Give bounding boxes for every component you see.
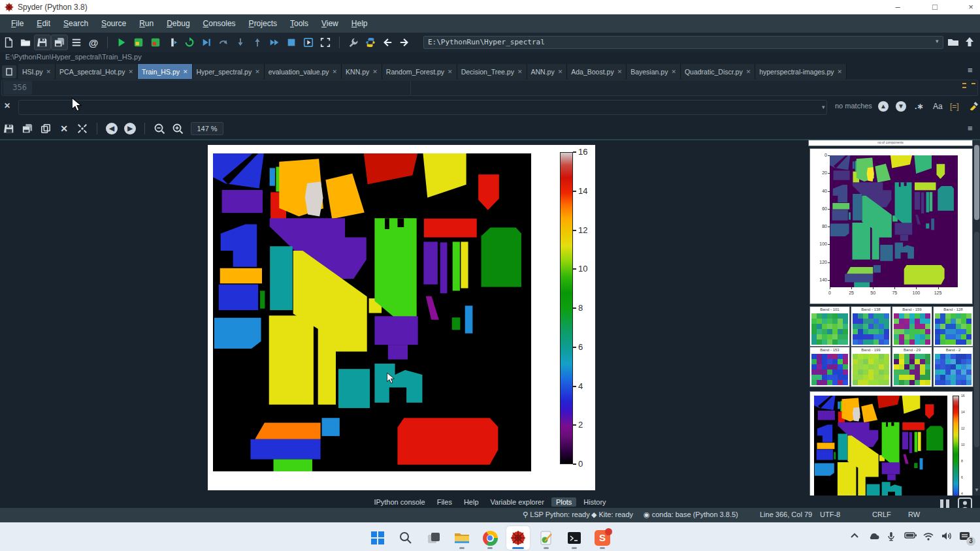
tab-close-icon[interactable]: ✕ — [255, 69, 260, 75]
tray-battery-icon[interactable] — [904, 531, 917, 543]
case-sensitive-toggle-icon[interactable]: Aa — [933, 102, 943, 111]
pane-tab-files[interactable]: Files — [433, 497, 457, 507]
tab-evaluation_value.py[interactable]: evaluation_value.py✕ — [265, 64, 342, 79]
editor-pane[interactable]: 356 — [1, 80, 978, 96]
tab-close-icon[interactable]: ✕ — [558, 69, 563, 75]
zoom-out-icon[interactable] — [150, 121, 169, 136]
zoom-in-icon[interactable] — [169, 121, 187, 136]
maximize-pane-icon[interactable] — [317, 35, 334, 50]
pane-tab-variable-explorer[interactable]: Variable explorer — [486, 497, 549, 507]
tab-Decision_Tree.py[interactable]: Decision_Tree.py✕ — [457, 64, 527, 79]
scrollbar-thumb[interactable] — [974, 232, 979, 447]
save-all-plots-icon[interactable] — [18, 121, 37, 136]
tab-close-icon[interactable]: ✕ — [333, 69, 338, 75]
menu-edit[interactable]: Edit — [31, 16, 56, 31]
menu-debug[interactable]: Debug — [161, 16, 195, 31]
path-dropdown-icon[interactable]: ▾ — [936, 38, 939, 44]
save-plot-icon[interactable] — [0, 121, 18, 136]
copy-plot-icon[interactable] — [37, 121, 55, 136]
run-file-icon[interactable] — [113, 35, 130, 50]
save-file-icon[interactable] — [34, 35, 51, 50]
tab-close-icon[interactable]: ✕ — [617, 69, 623, 75]
python-env-icon[interactable] — [362, 35, 379, 50]
band-thumbnail[interactable]: Band - 159 — [892, 307, 932, 346]
taskbar-chrome-icon[interactable] — [478, 526, 502, 550]
open-file-icon[interactable] — [17, 35, 34, 50]
taskbar-notepad-editor-icon[interactable] — [534, 526, 558, 550]
tab-close-icon[interactable]: ✕ — [448, 69, 453, 75]
search-dropdown-icon[interactable]: ▾ — [822, 104, 825, 110]
menu-source[interactable]: Source — [95, 16, 132, 31]
thumbnail-strip-partial[interactable]: no of components — [809, 140, 972, 146]
remove-plot-icon[interactable]: ✕ — [55, 121, 73, 136]
step-into-icon[interactable] — [232, 35, 249, 50]
tray-wifi-icon[interactable] — [923, 531, 934, 544]
tab-Random_Forest.py[interactable]: Random_Forest.py✕ — [382, 64, 457, 79]
band-thumbnail[interactable]: Band - 153 — [810, 347, 849, 386]
forward-icon[interactable] — [396, 35, 413, 50]
previous-plot-icon[interactable]: ◀ — [103, 121, 121, 136]
taskbar-file-explorer-icon[interactable] — [450, 526, 474, 550]
pane-tab-ipython-console[interactable]: IPython console — [369, 497, 429, 507]
step-over-icon[interactable] — [215, 35, 232, 50]
back-icon[interactable] — [379, 35, 396, 50]
menu-search[interactable]: Search — [57, 16, 94, 31]
minimize-button[interactable]: – — [892, 2, 903, 12]
search-input[interactable] — [18, 100, 827, 115]
tab-Ada_Boost.py[interactable]: Ada_Boost.py✕ — [567, 64, 627, 79]
tray-onedrive-icon[interactable] — [868, 531, 881, 544]
menu-view[interactable]: View — [316, 16, 344, 31]
find-next-icon[interactable]: ▼ — [896, 101, 906, 112]
tab-Hyper_spectral.py[interactable]: Hyper_spectral.py✕ — [193, 64, 265, 79]
plots-options-menu-icon[interactable]: ≡ — [968, 123, 973, 133]
tab-HSI.py[interactable]: HSI.py✕ — [18, 64, 56, 79]
save-all-icon[interactable] — [51, 35, 68, 50]
menu-projects[interactable]: Projects — [243, 16, 283, 31]
menu-file[interactable]: File — [5, 16, 29, 31]
stop-debug-icon[interactable] — [283, 35, 300, 50]
taskbar-spyder-icon[interactable] — [506, 526, 530, 550]
tray-chevron-up-icon[interactable] — [849, 531, 860, 544]
pane-tab-history[interactable]: History — [579, 497, 610, 507]
tab-close-icon[interactable]: ✕ — [671, 69, 676, 75]
run-selection-icon[interactable] — [164, 35, 181, 50]
pane-tab-plots[interactable]: Plots — [551, 497, 576, 507]
tab-hyperspectral-images.py[interactable]: hyperspectral-images.py✕ — [755, 64, 847, 79]
browse-directory-button[interactable] — [947, 37, 959, 47]
run-cell-advance-icon[interactable] — [147, 35, 164, 50]
taskbar-terminal-icon[interactable] — [563, 526, 586, 550]
tab-ANN.py[interactable]: ANN.py✕ — [527, 64, 568, 79]
preferences-icon[interactable] — [345, 35, 362, 50]
menu-help[interactable]: Help — [346, 16, 374, 31]
taskbar-search-icon[interactable] — [394, 526, 417, 550]
file-switcher-icon[interactable] — [68, 35, 85, 50]
thumbnails-scrollbar[interactable]: ▼ — [973, 140, 980, 498]
tray-microphone-icon[interactable] — [886, 531, 896, 545]
regex-toggle-icon[interactable]: .∗ — [915, 102, 923, 111]
tab-Quadratic_Discr.py[interactable]: Quadratic_Discr.py✕ — [681, 64, 755, 79]
menu-tools[interactable]: Tools — [284, 16, 314, 31]
thumbnail-components-figure[interactable]: 0204060801001201400255075100125 — [810, 149, 972, 304]
new-file-icon[interactable] — [0, 35, 17, 50]
run-external-icon[interactable] — [300, 35, 317, 50]
pane-tab-help[interactable]: Help — [459, 497, 483, 507]
restart-kernel-icon[interactable] — [181, 35, 198, 50]
menu-consoles[interactable]: Consoles — [197, 16, 242, 31]
close-find-icon[interactable]: ✕ — [4, 101, 10, 110]
taskbar-task-view-icon[interactable] — [422, 526, 446, 550]
parent-directory-button[interactable] — [964, 36, 975, 48]
close-button[interactable]: × — [966, 2, 976, 12]
tab-close-icon[interactable]: ✕ — [838, 69, 843, 75]
highlight-matches-icon[interactable] — [970, 101, 979, 110]
remove-all-plots-icon[interactable] — [73, 121, 91, 136]
tab-Train_HS.py[interactable]: Train_HS.py✕ — [138, 64, 193, 79]
band-thumbnail[interactable]: Band - 128 — [934, 307, 973, 346]
tab-close-icon[interactable]: ✕ — [128, 69, 133, 75]
scroll-down-icon[interactable]: ▼ — [974, 487, 979, 493]
tab-KNN.py[interactable]: KNN.py✕ — [342, 64, 382, 79]
tab-close-icon[interactable]: ✕ — [746, 69, 751, 75]
band-thumbnail[interactable]: Band - 101 — [810, 307, 849, 346]
thumbnail-classification-figure[interactable]: 16141210864 — [810, 392, 972, 498]
step-return-icon[interactable] — [249, 35, 266, 50]
band-thumbnail[interactable]: Band - 29 — [892, 347, 932, 386]
